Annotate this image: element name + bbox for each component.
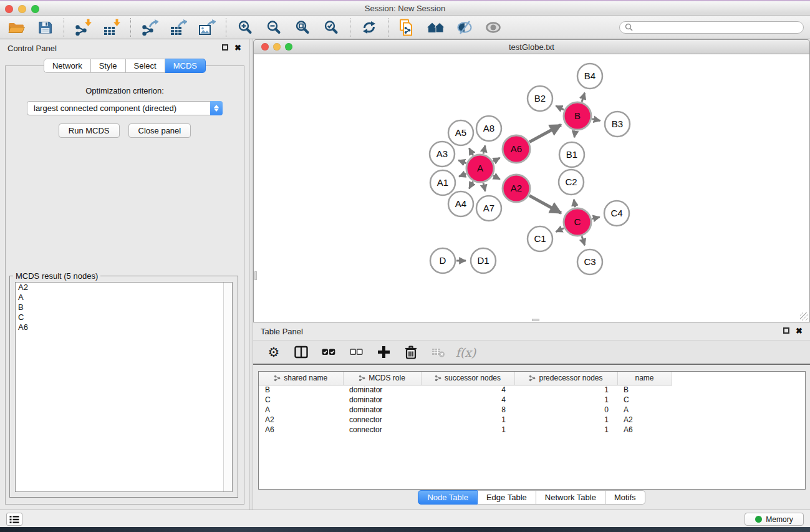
table-cell[interactable]: B [617,385,672,395]
import-table-icon[interactable] [102,18,122,37]
graph-edge-B-B1[interactable] [574,131,576,138]
graph-node-C[interactable]: C [564,208,591,236]
table-cell[interactable]: 0 [514,405,617,415]
graph-node-B4[interactable]: B4 [577,64,602,89]
table-cell[interactable]: 4 [421,385,514,395]
tab-network-table[interactable]: Network Table [536,490,605,505]
mcds-result-item[interactable]: B [16,302,232,312]
graph-edge-A-A5[interactable] [469,148,473,155]
tab-edge-table[interactable]: Edge Table [478,490,536,505]
network-canvas[interactable]: B4B2BB3A5A8A6B1A3AA1C2A4A7A2C4CC1C3DD1 [253,54,810,322]
table-row[interactable]: Cdominator41C [259,395,672,405]
table-cell[interactable]: A6 [259,425,343,435]
table-row[interactable]: Adominator80A [259,405,672,415]
graph-edge-A-A3[interactable] [458,160,466,163]
graph-edge-B-B4[interactable] [582,93,584,102]
canvas-side-handle[interactable] [254,271,257,280]
graph-node-A5[interactable]: A5 [448,120,473,145]
graph-node-A3[interactable]: A3 [430,142,455,167]
import-network-icon[interactable] [73,18,93,37]
graph-edge-A-A6[interactable] [493,158,499,162]
node-table-container[interactable]: shared nameMCDS rolesuccessor nodesprede… [258,371,806,490]
table-cell[interactable]: A [259,405,343,415]
graph-node-D[interactable]: D [430,248,455,273]
graph-node-B[interactable]: B [564,102,591,130]
add-entry-icon[interactable] [373,343,394,362]
column-header-name[interactable]: name [617,372,672,385]
table-cell[interactable]: 1 [514,425,617,435]
table-cell[interactable]: 4 [421,395,514,405]
zoom-in-icon[interactable] [235,18,255,37]
search-field[interactable] [619,21,804,34]
save-session-icon[interactable] [35,18,55,37]
delete-entry-icon[interactable] [400,343,422,362]
table-cell[interactable]: A [617,405,672,415]
mcds-result-item[interactable]: A6 [16,322,232,332]
graphics-details-icon[interactable] [455,18,475,37]
export-network-icon[interactable] [140,18,160,37]
table-settings-icon[interactable]: ⚙ [263,343,284,362]
graph-node-A4[interactable]: A4 [448,191,473,216]
close-table-panel-icon[interactable]: ✖ [796,326,803,336]
graph-edge-A-A1[interactable] [459,174,466,177]
close-panel-icon[interactable]: ✖ [234,43,241,52]
table-cell[interactable]: dominator [343,405,421,415]
deselect-all-icon[interactable] [345,343,367,362]
zoom-selected-icon[interactable] [321,18,341,37]
graph-node-A[interactable]: A [466,155,494,182]
close-panel-button[interactable]: Close panel [128,123,191,138]
table-cell[interactable]: 1 [514,395,617,405]
graph-edge-C-C4[interactable] [592,217,599,219]
graph-node-D1[interactable]: D1 [471,248,496,273]
export-table-icon[interactable] [168,18,188,37]
graph-node-B3[interactable]: B3 [605,112,630,137]
table-cell[interactable]: connector [343,415,421,425]
float-panel-icon[interactable] [222,44,228,51]
table-row[interactable]: A2connector11A2 [259,415,672,425]
graph-node-C3[interactable]: C3 [577,249,602,274]
table-cell[interactable]: A2 [617,415,672,425]
graph-node-B1[interactable]: B1 [559,142,584,167]
canvas-bottom-handle[interactable] [532,319,539,321]
task-history-button[interactable] [6,513,22,526]
mcds-result-item[interactable]: C [16,312,232,322]
table-cell[interactable]: 1 [514,385,617,395]
tab-motifs[interactable]: Motifs [605,490,645,505]
zoom-fit-icon[interactable] [292,18,312,37]
network-from-selection-icon[interactable] [397,18,417,37]
table-row[interactable]: Bdominator41B [259,385,672,395]
graph-node-C2[interactable]: C2 [559,170,584,195]
table-cell[interactable]: 1 [421,425,514,435]
tab-mcds[interactable]: MCDS [165,59,206,73]
column-header-shared-name[interactable]: shared name [259,372,343,385]
mcds-result-item[interactable]: A2 [16,283,232,293]
graph-node-C4[interactable]: C4 [604,201,629,226]
graph-edge-A6-B[interactable] [529,125,561,142]
table-cell[interactable]: 8 [421,405,514,415]
graph-edge-A-A4[interactable] [469,181,473,188]
graph-node-A8[interactable]: A8 [476,116,501,141]
column-header-predecessor-nodes[interactable]: predecessor nodes [514,372,617,385]
resize-grip[interactable] [800,312,808,321]
table-cell[interactable]: C [259,395,343,405]
mcds-result-item[interactable]: A [16,293,232,302]
criterion-dropdown[interactable]: largest connected component (directed) [27,101,223,115]
graph-node-A6[interactable]: A6 [503,135,530,163]
column-header-MCDS-role[interactable]: MCDS role [343,372,421,385]
graph-edge-B-B2[interactable] [556,106,564,110]
split-view-icon[interactable] [291,343,312,362]
open-session-icon[interactable] [6,18,26,37]
table-cell[interactable]: 1 [421,415,514,425]
graph-edge-B-B3[interactable] [592,119,600,121]
tab-network[interactable]: Network [44,59,91,73]
graph-node-A1[interactable]: A1 [430,170,455,195]
graph-edge-C-C2[interactable] [574,200,575,208]
table-cell[interactable]: connector [343,425,421,435]
graph-node-B2[interactable]: B2 [528,86,552,111]
graph-edge-A-A7[interactable] [483,183,485,191]
table-cell[interactable]: dominator [343,385,421,395]
float-table-panel-icon[interactable] [783,327,789,334]
tab-node-table[interactable]: Node Table [418,490,478,505]
table-cell[interactable]: C [617,395,672,405]
graph-edge-A-A8[interactable] [483,145,485,153]
